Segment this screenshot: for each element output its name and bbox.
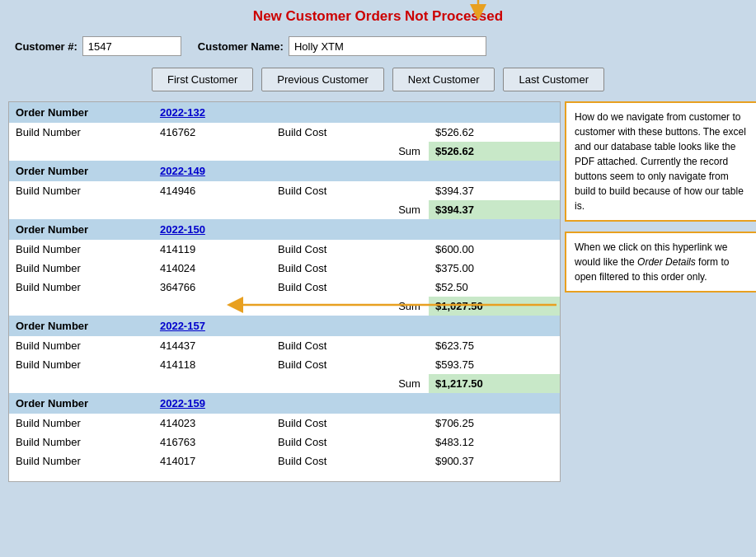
build-cost-value: $600.00 bbox=[429, 240, 560, 259]
build-row: Build Number 414119 Build Cost $600.00 bbox=[9, 240, 560, 259]
build-cost-label: Build Cost bbox=[271, 433, 429, 452]
annotation-italic: Order Details bbox=[637, 256, 696, 268]
order-header-row: Order Number 2022-149 bbox=[9, 161, 560, 181]
order-number-label: Order Number bbox=[9, 102, 153, 123]
annotations-panel: How do we navigate from customer to cust… bbox=[565, 101, 756, 302]
build-row: Build Number 414946 Build Cost $394.37 bbox=[9, 181, 560, 200]
build-number-value: 414118 bbox=[153, 355, 271, 374]
build-number-value: 414119 bbox=[153, 240, 271, 259]
order-header-row: Order Number 2022-132 bbox=[9, 102, 560, 123]
build-cost-label: Build Cost bbox=[271, 452, 429, 470]
order-number-link[interactable]: 2022-150 bbox=[153, 219, 560, 240]
build-cost-value: $900.37 bbox=[429, 452, 560, 470]
build-number-value: 414023 bbox=[153, 414, 271, 433]
sum-label: Sum bbox=[271, 200, 429, 219]
order-number-label: Order Number bbox=[9, 393, 153, 414]
page-title: New Customer Orders Not Processed bbox=[8, 8, 748, 25]
build-cost-value: $375.00 bbox=[429, 259, 560, 278]
build-cost-label: Build Cost bbox=[271, 278, 429, 297]
sum-label: Sum bbox=[271, 374, 429, 393]
first-customer-button[interactable]: First Customer bbox=[152, 68, 253, 91]
build-cost-value: $52.50 bbox=[429, 278, 560, 297]
build-cost-label: Build Cost bbox=[271, 240, 429, 259]
sum-label: Sum bbox=[271, 297, 429, 316]
order-header-row: Order Number 2022-157 bbox=[9, 316, 560, 336]
build-cost-value: $623.75 bbox=[429, 336, 560, 355]
build-cost-label: Build Cost bbox=[271, 336, 429, 355]
order-number-label: Order Number bbox=[9, 316, 153, 336]
build-cost-label: Build Cost bbox=[271, 414, 429, 433]
build-row: Build Number 364766 Build Cost $52.50 bbox=[9, 278, 560, 297]
orders-table: Order Number 2022-132 Build Number 41676… bbox=[9, 102, 560, 470]
customer-name-input[interactable] bbox=[289, 36, 486, 56]
sum-value: $526.62 bbox=[429, 142, 560, 161]
build-cost-label: Build Cost bbox=[271, 181, 429, 200]
next-customer-button[interactable]: Next Customer bbox=[392, 68, 495, 91]
build-cost-label: Build Cost bbox=[271, 355, 429, 374]
build-number-label: Build Number bbox=[9, 452, 153, 470]
build-number-label: Build Number bbox=[9, 414, 153, 433]
order-number-link[interactable]: 2022-132 bbox=[153, 102, 560, 123]
build-number-value: 414946 bbox=[153, 181, 271, 200]
build-row: Build Number 416762 Build Cost $526.62 bbox=[9, 123, 560, 142]
order-number-link[interactable]: 2022-159 bbox=[153, 393, 560, 414]
sum-value: $1,027.50 bbox=[429, 297, 560, 316]
sum-row: Sum $1,027.50 bbox=[9, 297, 560, 316]
annotation-text-1: How do we navigate from customer to cust… bbox=[575, 111, 746, 212]
build-cost-value: $706.25 bbox=[429, 414, 560, 433]
build-cost-value: $394.37 bbox=[429, 181, 560, 200]
order-number-link[interactable]: 2022-157 bbox=[153, 316, 560, 336]
build-row: Build Number 414023 Build Cost $706.25 bbox=[9, 414, 560, 433]
customer-num-label: Customer #: bbox=[15, 40, 77, 53]
build-number-label: Build Number bbox=[9, 336, 153, 355]
annotation-box-2: When we click on this hyperlink we would… bbox=[565, 232, 756, 293]
build-number-value: 364766 bbox=[153, 278, 271, 297]
build-row: Build Number 414017 Build Cost $900.37 bbox=[9, 452, 560, 470]
build-number-label: Build Number bbox=[9, 433, 153, 452]
build-cost-label: Build Cost bbox=[271, 259, 429, 278]
last-customer-button[interactable]: Last Customer bbox=[503, 68, 604, 91]
build-row: Build Number 414118 Build Cost $593.75 bbox=[9, 355, 560, 374]
order-header-row: Order Number 2022-159 bbox=[9, 393, 560, 414]
order-number-label: Order Number bbox=[9, 219, 153, 240]
order-number-link[interactable]: 2022-149 bbox=[153, 161, 560, 181]
build-number-value: 416763 bbox=[153, 433, 271, 452]
order-number-label: Order Number bbox=[9, 161, 153, 181]
build-row: Build Number 416763 Build Cost $483.12 bbox=[9, 433, 560, 452]
build-cost-value: $483.12 bbox=[429, 433, 560, 452]
build-row: Build Number 414024 Build Cost $375.00 bbox=[9, 259, 560, 278]
build-number-value: 414017 bbox=[153, 452, 271, 470]
build-cost-value: $526.62 bbox=[429, 123, 560, 142]
sum-row: Sum $526.62 bbox=[9, 142, 560, 161]
build-number-label: Build Number bbox=[9, 259, 153, 278]
sum-label: Sum bbox=[271, 142, 429, 161]
sum-row: Sum $1,217.50 bbox=[9, 374, 560, 393]
build-number-label: Build Number bbox=[9, 123, 153, 142]
build-number-value: 416762 bbox=[153, 123, 271, 142]
customer-name-label: Customer Name: bbox=[198, 40, 284, 53]
sum-value: $1,217.50 bbox=[429, 374, 560, 393]
build-number-value: 414024 bbox=[153, 259, 271, 278]
build-cost-label: Build Cost bbox=[271, 123, 429, 142]
build-number-label: Build Number bbox=[9, 181, 153, 200]
build-number-label: Build Number bbox=[9, 355, 153, 374]
order-header-row: Order Number 2022-150 bbox=[9, 219, 560, 240]
customer-num-input[interactable] bbox=[82, 36, 181, 56]
sum-value: $394.37 bbox=[429, 200, 560, 219]
build-number-value: 414437 bbox=[153, 336, 271, 355]
build-number-label: Build Number bbox=[9, 278, 153, 297]
build-row: Build Number 414437 Build Cost $623.75 bbox=[9, 336, 560, 355]
previous-customer-button[interactable]: Previous Customer bbox=[261, 68, 384, 91]
build-number-label: Build Number bbox=[9, 240, 153, 259]
annotation-box-1: How do we navigate from customer to cust… bbox=[565, 101, 756, 222]
build-cost-value: $593.75 bbox=[429, 355, 560, 374]
sum-row: Sum $394.37 bbox=[9, 200, 560, 219]
